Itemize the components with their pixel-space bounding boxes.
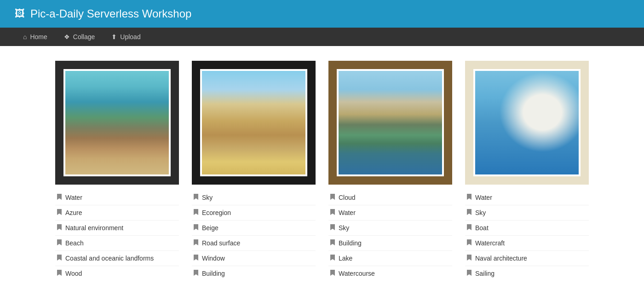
photo-frame-1[interactable] <box>55 61 179 185</box>
list-item: Building <box>328 236 452 251</box>
label-text: Natural environment <box>65 224 123 232</box>
bookmark-icon <box>194 239 198 247</box>
label-text: Water <box>65 194 82 201</box>
bookmark-icon <box>467 239 472 247</box>
label-text: Sky <box>202 194 213 201</box>
bookmark-icon <box>194 194 198 201</box>
list-item: Road surface <box>192 236 316 251</box>
label-text: Sailing <box>475 270 494 277</box>
bookmark-icon <box>467 255 472 262</box>
bookmark-icon <box>330 194 335 201</box>
bookmark-icon <box>57 239 62 247</box>
bookmark-icon <box>194 224 198 232</box>
bookmark-icon <box>194 270 198 277</box>
photo-image-4 <box>475 71 579 174</box>
bookmark-icon <box>57 270 62 277</box>
photo-image-1 <box>65 71 169 174</box>
bookmark-icon <box>330 209 335 216</box>
list-item: Water <box>55 190 179 205</box>
bookmark-icon <box>467 209 472 216</box>
list-item: Sky <box>192 190 316 205</box>
label-list-4: WaterSkyBoatWatercraftNaval architecture… <box>465 190 589 281</box>
app-logo-icon: 🖼 <box>15 8 25 20</box>
nav-home[interactable]: ⌂ Home <box>15 28 56 46</box>
label-text: Azure <box>65 209 82 216</box>
bookmark-icon <box>57 194 62 201</box>
bookmark-icon <box>467 224 472 232</box>
photo-card-2: SkyEcoregionBeigeRoad surfaceWindowBuild… <box>192 61 316 281</box>
label-text: Water <box>475 194 492 201</box>
list-item: Window <box>192 251 316 266</box>
list-item: Sailing <box>465 266 589 281</box>
bookmark-icon <box>330 255 335 262</box>
list-item: Coastal and oceanic landforms <box>55 251 179 266</box>
label-text: Naval architecture <box>475 255 527 262</box>
list-item: Sky <box>328 221 452 236</box>
label-list-1: WaterAzureNatural environmentBeachCoasta… <box>55 190 179 281</box>
list-item: Water <box>328 205 452 221</box>
nav-collage[interactable]: ❖ Collage <box>56 28 103 46</box>
bookmark-icon <box>194 255 198 262</box>
nav-home-label: Home <box>30 33 47 41</box>
label-text: Beige <box>202 224 218 232</box>
photo-inner-3 <box>337 69 444 176</box>
list-item: Lake <box>328 251 452 266</box>
list-item: Beige <box>192 221 316 236</box>
photo-card-3: CloudWaterSkyBuildingLakeWatercourse <box>328 61 452 281</box>
app-header: 🖼 Pic-a-Daily Serverless Workshop <box>0 0 644 28</box>
list-item: Building <box>192 266 316 281</box>
label-text: Wood <box>65 270 82 277</box>
label-text: Water <box>339 209 356 216</box>
list-item: Wood <box>55 266 179 281</box>
bookmark-icon <box>57 255 62 262</box>
label-text: Ecoregion <box>202 209 231 216</box>
label-text: Building <box>202 270 225 277</box>
bookmark-icon <box>330 224 335 232</box>
label-text: Coastal and oceanic landforms <box>65 255 154 262</box>
photo-frame-3[interactable] <box>328 61 452 185</box>
bookmark-icon <box>330 239 335 247</box>
photo-grid: WaterAzureNatural environmentBeachCoasta… <box>0 46 644 296</box>
photo-frame-4[interactable] <box>465 61 589 185</box>
upload-icon: ⬆ <box>111 33 117 41</box>
photo-card-1: WaterAzureNatural environmentBeachCoasta… <box>55 61 179 281</box>
main-nav: ⌂ Home ❖ Collage ⬆ Upload <box>0 28 644 46</box>
list-item: Ecoregion <box>192 205 316 221</box>
bookmark-icon <box>467 270 472 277</box>
photo-inner-4 <box>473 69 581 176</box>
photo-card-4: WaterSkyBoatWatercraftNaval architecture… <box>465 61 589 281</box>
bookmark-icon <box>194 209 198 216</box>
label-text: Watercraft <box>475 239 505 247</box>
nav-collage-label: Collage <box>73 33 95 41</box>
list-item: Sky <box>465 205 589 221</box>
label-text: Lake <box>339 255 352 262</box>
collage-icon: ❖ <box>64 33 70 41</box>
photo-inner-1 <box>63 69 171 176</box>
label-list-3: CloudWaterSkyBuildingLakeWatercourse <box>328 190 452 281</box>
photo-inner-2 <box>200 69 307 176</box>
list-item: Boat <box>465 221 589 236</box>
label-text: Boat <box>475 224 489 232</box>
photo-image-3 <box>339 71 442 174</box>
bookmark-icon <box>57 209 62 216</box>
photo-image-2 <box>202 71 305 174</box>
home-icon: ⌂ <box>23 33 27 41</box>
nav-upload[interactable]: ⬆ Upload <box>103 28 149 46</box>
list-item: Watercraft <box>465 236 589 251</box>
label-text: Building <box>339 239 362 247</box>
label-text: Watercourse <box>339 270 375 277</box>
label-text: Beach <box>65 239 84 247</box>
label-text: Road surface <box>202 239 240 247</box>
list-item: Natural environment <box>55 221 179 236</box>
app-title: Pic-a-Daily Serverless Workshop <box>30 7 191 20</box>
photo-frame-2[interactable] <box>192 61 316 185</box>
nav-upload-label: Upload <box>120 33 140 41</box>
list-item: Water <box>465 190 589 205</box>
label-text: Window <box>202 255 225 262</box>
bookmark-icon <box>330 270 335 277</box>
label-list-2: SkyEcoregionBeigeRoad surfaceWindowBuild… <box>192 190 316 281</box>
list-item: Cloud <box>328 190 452 205</box>
bookmark-icon <box>467 194 472 201</box>
list-item: Azure <box>55 205 179 221</box>
list-item: Beach <box>55 236 179 251</box>
